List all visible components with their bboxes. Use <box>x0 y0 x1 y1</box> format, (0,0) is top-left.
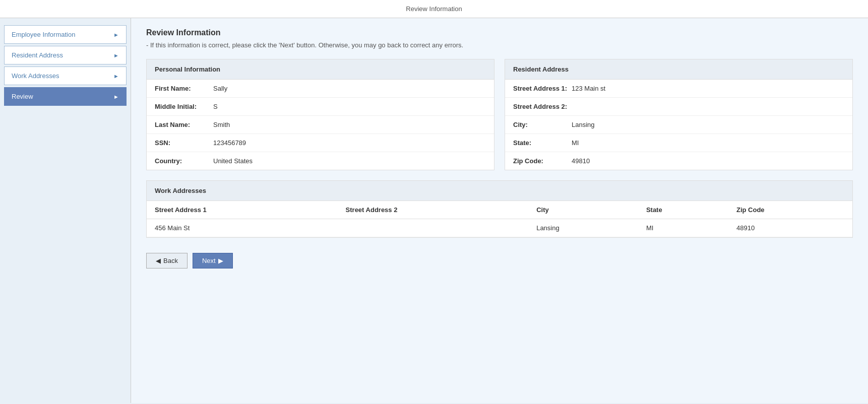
ssn-value: 123456789 <box>213 139 246 147</box>
state-label: State: <box>513 139 569 147</box>
chevron-right-icon: ► <box>113 52 119 58</box>
personal-info-header: Personal Information <box>147 59 494 80</box>
col-city: City <box>528 201 638 219</box>
personal-info-box: Personal Information First Name: Sally M… <box>146 59 494 170</box>
col-state: State <box>638 201 728 219</box>
chevron-right-icon: ► <box>113 32 119 38</box>
resident-address-box: Resident Address Street Address 1: 123 M… <box>505 59 853 170</box>
work-zip-code-value: 48910 <box>728 219 852 237</box>
ssn-label: SSN: <box>155 139 210 147</box>
sidebar-item-label: Resident Address <box>12 51 63 59</box>
last-name-label: Last Name: <box>155 121 210 128</box>
chevron-left-icon: ◀ <box>156 257 161 264</box>
chevron-right-icon: ► <box>113 73 119 79</box>
street-address-2-label: Street Address 2: <box>513 103 569 110</box>
state-row: State: MI <box>505 134 852 152</box>
instruction-text: - If this information is correct, please… <box>146 41 853 49</box>
work-city-value: Lansing <box>528 219 638 237</box>
first-name-label: First Name: <box>155 85 210 92</box>
page-title: Review Information <box>146 28 853 37</box>
state-value: MI <box>572 139 579 147</box>
country-label: Country: <box>155 157 210 165</box>
sidebar-item-review[interactable]: Review ► <box>4 87 127 106</box>
first-name-value: Sally <box>213 85 227 92</box>
middle-initial-label: Middle Initial: <box>155 103 210 110</box>
zip-code-value: 49810 <box>572 157 590 165</box>
resident-address-header: Resident Address <box>505 59 852 80</box>
next-label: Next <box>202 257 216 264</box>
work-table-row: 456 Main St Lansing MI 48910 <box>147 219 852 237</box>
sidebar-item-resident-address[interactable]: Resident Address ► <box>4 46 127 64</box>
content-area: Review Information - If this information… <box>131 18 868 403</box>
sidebar-item-work-addresses[interactable]: Work Addresses ► <box>4 66 127 85</box>
sidebar-item-label: Employee Information <box>12 31 75 38</box>
work-state-value: MI <box>638 219 728 237</box>
personal-info-ssn-row: SSN: 123456789 <box>147 134 494 152</box>
middle-initial-value: S <box>213 103 218 110</box>
work-addresses-table: Street Address 1 Street Address 2 City S… <box>147 201 852 237</box>
work-street-address-1-value: 456 Main St <box>147 219 338 237</box>
col-zip-code: Zip Code <box>728 201 852 219</box>
sidebar: Employee Information ► Resident Address … <box>0 18 131 403</box>
back-label: Back <box>163 257 178 264</box>
work-table-header-row: Street Address 1 Street Address 2 City S… <box>147 201 852 219</box>
work-addresses-header: Work Addresses <box>147 181 852 201</box>
button-bar: ◀ Back Next ▶ <box>146 248 853 274</box>
col-street-address-2: Street Address 2 <box>338 201 529 219</box>
next-button[interactable]: Next ▶ <box>193 253 233 268</box>
sidebar-item-label: Work Addresses <box>12 72 59 80</box>
last-name-value: Smith <box>213 121 230 128</box>
chevron-right-icon: ▶ <box>218 257 223 264</box>
street-address-2-row: Street Address 2: <box>505 98 852 116</box>
top-bar: Review Information <box>0 0 868 18</box>
sidebar-item-label: Review <box>12 93 33 100</box>
personal-info-last-name-row: Last Name: Smith <box>147 116 494 134</box>
work-addresses-section: Work Addresses Street Address 1 Street A… <box>146 180 853 238</box>
street-address-1-label: Street Address 1: <box>513 85 569 92</box>
main-layout: Employee Information ► Resident Address … <box>0 18 868 403</box>
sidebar-item-employee-information[interactable]: Employee Information ► <box>4 25 127 44</box>
personal-info-first-name-row: First Name: Sally <box>147 80 494 98</box>
zip-code-row: Zip Code: 49810 <box>505 152 852 170</box>
city-value: Lansing <box>572 121 595 128</box>
personal-info-country-row: Country: United States <box>147 152 494 170</box>
personal-info-middle-initial-row: Middle Initial: S <box>147 98 494 116</box>
street-address-1-row: Street Address 1: 123 Main st <box>505 80 852 98</box>
city-row: City: Lansing <box>505 116 852 134</box>
col-street-address-1: Street Address 1 <box>147 201 338 219</box>
country-value: United States <box>213 157 253 165</box>
back-button[interactable]: ◀ Back <box>146 253 188 268</box>
top-bar-title: Review Information <box>406 5 462 13</box>
zip-code-label: Zip Code: <box>513 157 569 165</box>
info-grid: Personal Information First Name: Sally M… <box>146 59 853 170</box>
chevron-right-icon: ► <box>113 94 119 100</box>
city-label: City: <box>513 121 569 128</box>
street-address-1-value: 123 Main st <box>572 85 605 92</box>
work-street-address-2-value <box>338 219 529 237</box>
